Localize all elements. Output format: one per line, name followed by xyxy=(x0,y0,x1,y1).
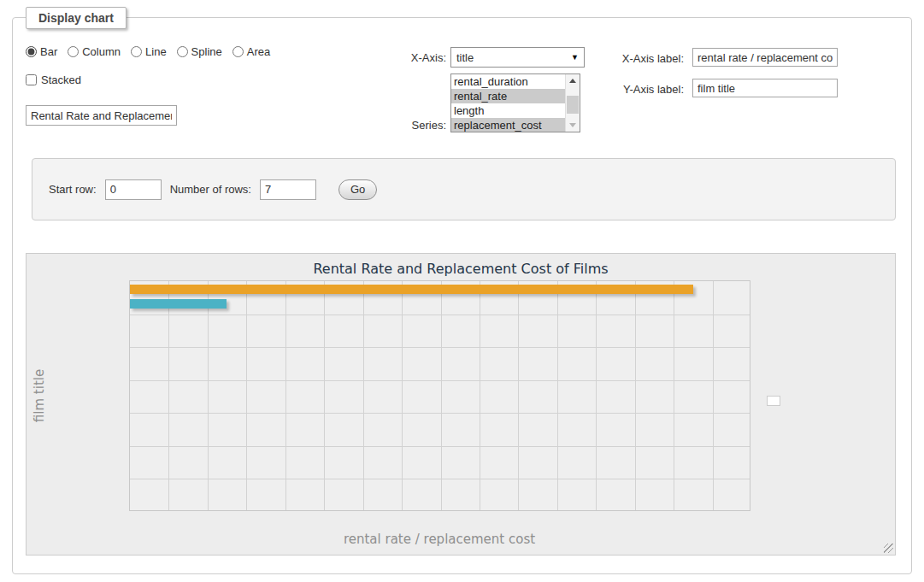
chart-type-radio-spline[interactable] xyxy=(177,46,188,57)
resize-grip-icon[interactable] xyxy=(884,544,893,553)
grid-line-vertical xyxy=(441,281,442,510)
chart-type-label: Column xyxy=(82,45,121,58)
grid-line-vertical xyxy=(168,281,169,510)
grid-line-vertical xyxy=(674,281,674,510)
stacked-checkbox[interactable] xyxy=(26,74,37,85)
number-of-rows-label: Number of rows: xyxy=(170,183,251,196)
grid-line-horizontal xyxy=(130,315,750,315)
scroll-down-icon[interactable] xyxy=(566,119,580,132)
chart-title-input[interactable] xyxy=(26,105,177,126)
chart-type-label: Line xyxy=(145,45,167,58)
grid-line-horizontal xyxy=(130,446,750,447)
fieldset-legend: Display chart xyxy=(26,7,127,29)
rows-panel: Start row: Number of rows: Go xyxy=(32,158,896,220)
number-of-rows-input[interactable] xyxy=(260,179,316,200)
grid-line-vertical xyxy=(324,281,325,510)
grid-line-vertical xyxy=(713,281,714,510)
series-option-replacement_cost[interactable]: replacement_cost xyxy=(451,118,565,132)
y-axis-label-input[interactable] xyxy=(692,79,838,97)
page: Display chart BarColumnLineSplineArea St… xyxy=(0,0,924,582)
x-axis-label-input[interactable] xyxy=(692,48,838,67)
plot-area xyxy=(129,280,750,511)
series-select-label: Series: xyxy=(347,119,446,132)
grid-line-vertical xyxy=(557,281,558,510)
start-row-input[interactable] xyxy=(105,179,162,200)
chart-type-radio-area[interactable] xyxy=(232,46,244,57)
stacked-label[interactable]: Stacked xyxy=(41,73,81,86)
go-button[interactable]: Go xyxy=(338,179,377,200)
chart-type-radio-line[interactable] xyxy=(131,46,142,57)
chart-type-option-column[interactable]: Column xyxy=(68,45,121,58)
x-axis-label-label: X-Axis label: xyxy=(539,52,684,65)
chart-type-radio-group: BarColumnLineSplineArea xyxy=(26,45,275,58)
x-axis-select-label: X-Axis: xyxy=(347,51,446,64)
grid-line-horizontal xyxy=(130,413,750,414)
grid-line-vertical xyxy=(635,281,636,510)
grid-line-horizontal xyxy=(130,380,750,381)
grid-line-horizontal xyxy=(130,347,750,348)
grid-line-vertical xyxy=(363,281,364,510)
chart-type-option-area[interactable]: Area xyxy=(232,45,270,58)
grid-line-vertical xyxy=(402,281,403,510)
chart-legend xyxy=(767,396,780,406)
start-row-label: Start row: xyxy=(49,183,97,196)
scrollbar-thumb[interactable] xyxy=(567,96,579,114)
grid-line-vertical xyxy=(596,281,597,510)
stacked-checkbox-row: Stacked xyxy=(26,73,81,86)
bar-replacement_cost xyxy=(130,285,693,294)
chart-type-option-line[interactable]: Line xyxy=(131,45,167,58)
chart-container: Rental Rate and Replacement Cost of Film… xyxy=(26,253,896,556)
chart-type-label: Spline xyxy=(191,45,222,58)
chart-type-option-spline[interactable]: Spline xyxy=(177,45,222,58)
grid-line-vertical xyxy=(518,281,519,510)
bar-rental_rate xyxy=(130,299,227,309)
grid-line-vertical xyxy=(246,281,247,510)
chart-type-option-bar[interactable]: Bar xyxy=(26,45,57,58)
chart-type-radio-column[interactable] xyxy=(68,46,79,57)
chart-type-radio-bar[interactable] xyxy=(26,46,37,57)
grid-line-vertical xyxy=(285,281,286,510)
series-option-length[interactable]: length xyxy=(451,103,565,118)
x-axis-selected-value: title xyxy=(456,51,474,64)
chart-title: Rental Rate and Replacement Cost of Film… xyxy=(26,261,895,277)
grid-line-vertical xyxy=(208,281,209,510)
y-axis-label-label: Y-Axis label: xyxy=(539,83,684,96)
chart-y-axis-label: film title xyxy=(32,369,47,422)
fieldset-content: BarColumnLineSplineArea Stacked X-Axis: … xyxy=(12,17,912,574)
chart-type-label: Area xyxy=(247,45,270,58)
chart-x-axis-label: rental rate / replacement cost xyxy=(344,532,535,547)
grid-line-vertical xyxy=(480,281,480,510)
chart-type-label: Bar xyxy=(40,45,57,58)
grid-line-horizontal xyxy=(130,479,750,479)
